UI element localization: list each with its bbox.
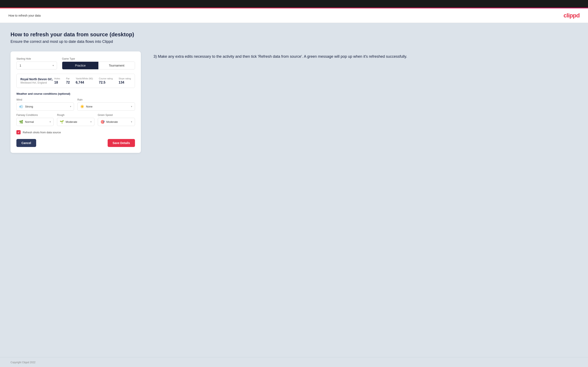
content-area: Starting Hole 1 ▾ Game Type Practice Tou… <box>10 51 578 153</box>
fairway-value: Normal <box>25 120 34 124</box>
conditions-section: Weather and course conditions (optional)… <box>16 92 135 126</box>
refresh-checkbox[interactable] <box>16 130 21 134</box>
footer: Copyright Clippd 2022 <box>0 357 588 367</box>
header: How to refresh your data clippd <box>0 8 588 23</box>
par-value: 72 <box>66 81 70 84</box>
slope-rating-value: 134 <box>119 81 124 84</box>
wind-label: Wind <box>16 98 74 101</box>
practice-button[interactable]: Practice <box>62 62 99 69</box>
rough-value: Moderate <box>66 120 77 124</box>
rain-select[interactable]: ☀️ None ▾ <box>77 102 135 111</box>
fairway-label: Fairway Conditions <box>16 114 54 117</box>
slope-rating-label: Slope rating <box>119 77 131 80</box>
card-actions: Cancel Save Details <box>16 139 135 147</box>
wind-chevron-icon: ▾ <box>70 105 71 108</box>
course-rating-value: 72.5 <box>99 81 105 84</box>
side-description: 3) Make any extra edits necessary to the… <box>154 51 578 60</box>
starting-hole-label: Starting Hole <box>16 57 57 60</box>
refresh-checkbox-label: Refresh shots from data source <box>23 131 61 134</box>
green-speed-group: Green Speed 🎯 Moderate ▾ <box>98 114 135 126</box>
green-speed-icon: 🎯 <box>101 120 105 124</box>
stat-course-rating: Course rating 72.5 <box>99 77 113 84</box>
game-type-label: Game Type <box>62 57 135 60</box>
stat-par: Par 72 <box>66 77 70 84</box>
course-info: Royal North Devon GC, Westward Ho!, Engl… <box>16 74 135 88</box>
green-speed-chevron-icon: ▾ <box>131 121 132 123</box>
conditions-section-label: Weather and course conditions (optional) <box>16 92 135 95</box>
yards-value: 6,744 <box>76 81 84 84</box>
rough-select[interactable]: 🌱 Moderate ▾ <box>57 118 94 126</box>
header-title: How to refresh your data <box>9 14 41 17</box>
course-location: Westward Ho!, England <box>20 81 54 84</box>
wind-group: Wind 💨 Strong ▾ <box>16 98 74 111</box>
conditions-row-2: Fairway Conditions 🌿 Normal ▾ Rough <box>16 114 135 126</box>
fairway-group: Fairway Conditions 🌿 Normal ▾ <box>16 114 54 126</box>
card: Starting Hole 1 ▾ Game Type Practice Tou… <box>10 51 141 153</box>
top-bar <box>0 0 588 8</box>
green-speed-select[interactable]: 🎯 Moderate ▾ <box>98 118 135 126</box>
fairway-select[interactable]: 🌿 Normal ▾ <box>16 118 54 126</box>
holes-label: Holes <box>54 77 60 80</box>
fairway-chevron-icon: ▾ <box>50 121 51 123</box>
rain-icon: ☀️ <box>80 105 84 108</box>
rain-value: None <box>86 105 93 108</box>
par-label: Par <box>66 77 69 80</box>
course-stats: Holes 18 Par 72 Yards/White (M)) 6,744 C… <box>54 77 131 84</box>
rough-label: Rough <box>57 114 94 117</box>
side-description-text: 3) Make any extra edits necessary to the… <box>154 54 578 60</box>
starting-hole-select[interactable]: 1 ▾ <box>16 61 57 69</box>
starting-hole-value: 1 <box>19 64 21 67</box>
logo: clippd <box>564 12 579 19</box>
fairway-select-left: 🌿 Normal <box>19 120 34 124</box>
rough-select-left: 🌱 Moderate <box>60 120 77 124</box>
rain-select-left: ☀️ None <box>80 105 93 108</box>
wind-select-left: 💨 Strong <box>19 105 33 108</box>
game-type-toggle: Practice Tournament <box>62 61 135 69</box>
rain-chevron-icon: ▾ <box>131 105 132 108</box>
stat-slope-rating: Slope rating 134 <box>119 77 131 84</box>
rough-icon: 🌱 <box>60 120 64 124</box>
footer-text: Copyright Clippd 2022 <box>10 361 35 364</box>
page-subheading: Ensure the correct and most up to date d… <box>10 40 578 44</box>
wind-icon: 💨 <box>19 105 23 108</box>
save-details-button[interactable]: Save Details <box>108 139 135 147</box>
course-rating-label: Course rating <box>99 77 113 80</box>
course-name: Royal North Devon GC, <box>20 77 54 81</box>
rough-group: Rough 🌱 Moderate ▾ <box>57 114 94 126</box>
course-name-area: Royal North Devon GC, Westward Ho!, Engl… <box>20 77 54 84</box>
wind-select[interactable]: 💨 Strong ▾ <box>16 102 74 111</box>
starting-hole-group: Starting Hole 1 ▾ <box>16 57 57 69</box>
form-top-row: Starting Hole 1 ▾ Game Type Practice Tou… <box>16 57 135 69</box>
green-speed-label: Green Speed <box>98 114 135 117</box>
rain-label: Rain <box>77 98 135 101</box>
tournament-button[interactable]: Tournament <box>98 62 135 69</box>
stat-yards: Yards/White (M)) 6,744 <box>76 77 93 84</box>
page-heading: How to refresh your data from source (de… <box>10 31 578 38</box>
green-speed-value: Moderate <box>106 120 118 124</box>
wind-value: Strong <box>25 105 33 108</box>
rough-chevron-icon: ▾ <box>90 121 92 123</box>
starting-hole-chevron-icon: ▾ <box>52 64 54 67</box>
yards-label: Yards/White (M)) <box>76 77 93 80</box>
fairway-icon: 🌿 <box>19 120 23 124</box>
game-type-group: Game Type Practice Tournament <box>62 57 135 69</box>
refresh-checkbox-row: Refresh shots from data source <box>16 130 135 134</box>
stat-holes: Holes 18 <box>54 77 60 84</box>
main-content: How to refresh your data from source (de… <box>0 23 588 357</box>
holes-value: 18 <box>54 81 58 84</box>
cancel-button[interactable]: Cancel <box>16 139 36 147</box>
rain-group: Rain ☀️ None ▾ <box>77 98 135 111</box>
green-speed-select-left: 🎯 Moderate <box>101 120 118 124</box>
conditions-row-1: Wind 💨 Strong ▾ Rain <box>16 98 135 111</box>
